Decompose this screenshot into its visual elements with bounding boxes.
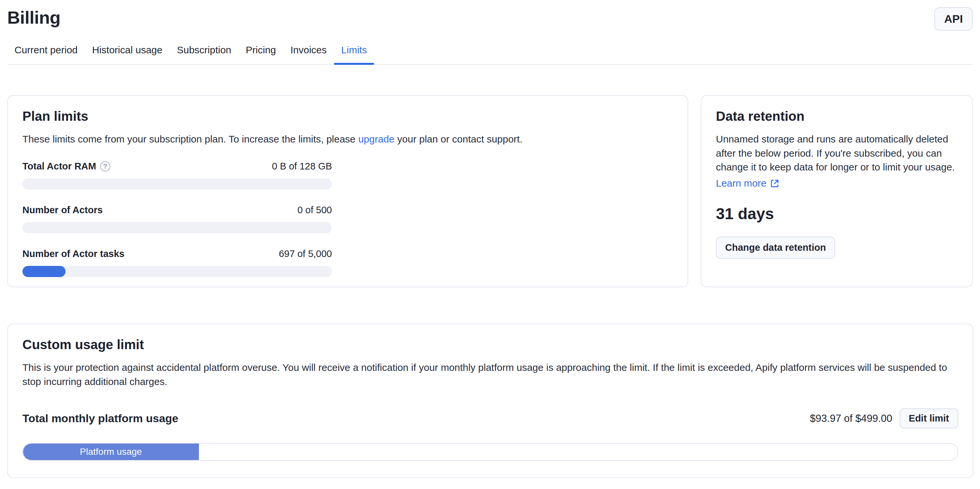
tab-invoices[interactable]: Invoices bbox=[283, 39, 334, 64]
usage-value: $93.97 of $499.00 bbox=[810, 413, 892, 424]
tab-subscription[interactable]: Subscription bbox=[170, 39, 239, 64]
custom-usage-limit-card: Custom usage limit This is your protecti… bbox=[7, 324, 974, 478]
limit-row-number-of-actor-tasks: Number of Actor tasks 697 of 5,000 bbox=[22, 248, 332, 277]
change-data-retention-button[interactable]: Change data retention bbox=[716, 237, 835, 259]
main-content: Plan limits These limits come from your … bbox=[0, 95, 980, 478]
limit-label-text: Number of Actors bbox=[22, 205, 103, 216]
progress-track bbox=[22, 222, 332, 233]
edit-limit-button[interactable]: Edit limit bbox=[900, 408, 958, 429]
limit-label-text: Number of Actor tasks bbox=[22, 248, 124, 259]
usage-row-label: Total monthly platform usage bbox=[22, 412, 178, 425]
learn-more-label: Learn more bbox=[716, 178, 766, 189]
limit-value: 0 B of 128 GB bbox=[272, 161, 332, 172]
limit-label: Total Actor RAM ? bbox=[22, 161, 110, 172]
usage-row: Total monthly platform usage $93.97 of $… bbox=[22, 408, 958, 429]
page-title: Billing bbox=[7, 7, 60, 28]
limit-rows: Total Actor RAM ? 0 B of 128 GB Number o… bbox=[22, 161, 332, 277]
custom-usage-limit-title: Custom usage limit bbox=[22, 337, 958, 352]
page-header: Billing API bbox=[0, 0, 980, 30]
data-retention-title: Data retention bbox=[716, 109, 958, 124]
limit-label: Number of Actor tasks bbox=[22, 248, 124, 259]
platform-usage-segment-label: Platform usage bbox=[80, 446, 142, 457]
plan-limits-description-suffix: your plan or contact support. bbox=[395, 133, 523, 144]
data-retention-card: Data retention Unnamed storage and runs … bbox=[701, 95, 973, 287]
limit-value: 0 of 500 bbox=[298, 205, 332, 216]
limit-row-number-of-actors: Number of Actors 0 of 500 bbox=[22, 205, 332, 233]
external-link-icon bbox=[770, 179, 780, 188]
plan-limits-description-prefix: These limits come from your subscription… bbox=[22, 133, 358, 144]
help-icon[interactable]: ? bbox=[100, 161, 110, 171]
api-button[interactable]: API bbox=[934, 7, 973, 30]
learn-more-link[interactable]: Learn more bbox=[716, 178, 780, 189]
retention-period: 31 days bbox=[716, 205, 958, 223]
limit-label: Number of Actors bbox=[22, 205, 103, 216]
plan-limits-description: These limits come from your subscription… bbox=[22, 132, 673, 146]
tab-pricing[interactable]: Pricing bbox=[239, 39, 283, 64]
tab-historical-usage[interactable]: Historical usage bbox=[85, 39, 170, 64]
billing-tabs: Current period Historical usage Subscrip… bbox=[7, 39, 973, 65]
data-retention-description: Unnamed storage and runs are automatical… bbox=[716, 132, 958, 175]
progress-track bbox=[22, 266, 332, 277]
plan-limits-title: Plan limits bbox=[22, 109, 673, 124]
tab-current-period[interactable]: Current period bbox=[7, 39, 85, 64]
limit-value: 697 of 5,000 bbox=[279, 248, 332, 259]
progress-fill bbox=[22, 266, 65, 277]
progress-track bbox=[22, 178, 332, 189]
platform-usage-fill: Platform usage bbox=[23, 444, 199, 460]
tab-limits[interactable]: Limits bbox=[334, 39, 374, 64]
custom-usage-limit-description: This is your protection against accident… bbox=[22, 360, 958, 389]
limit-label-text: Total Actor RAM bbox=[22, 161, 96, 172]
upgrade-link[interactable]: upgrade bbox=[358, 133, 395, 144]
platform-usage-track: Platform usage bbox=[22, 443, 958, 461]
plan-limits-card: Plan limits These limits come from your … bbox=[7, 95, 688, 287]
limit-row-total-actor-ram: Total Actor RAM ? 0 B of 128 GB bbox=[22, 161, 332, 189]
